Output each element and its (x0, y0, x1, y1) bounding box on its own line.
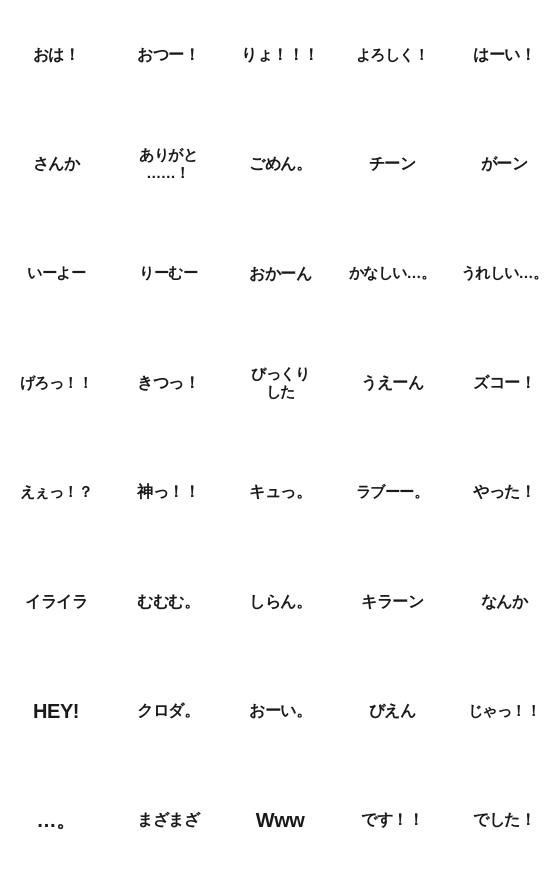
sticker-label-yatta: やった！ (473, 482, 535, 501)
sticker-cell-eee[interactable]: えぇっ！？ (0, 437, 112, 546)
sticker-cell-desu[interactable]: です！！ (336, 765, 448, 874)
sticker-cell-mazamaza[interactable]: まざまざ (112, 765, 224, 874)
sticker-cell-kitsu[interactable]: きつっ！ (112, 328, 224, 437)
sticker-cell-shiran[interactable]: しらん。 (224, 547, 336, 656)
sticker-cell-hey[interactable]: HEY! (0, 656, 112, 765)
sticker-label-gomen: ごめん。 (249, 154, 311, 173)
sticker-cell-chiin[interactable]: チーン (336, 109, 448, 218)
sticker-label-rabuuu: ラブーー。 (356, 483, 429, 501)
sticker-label-bien: びえん (369, 701, 416, 720)
sticker-label-shiran: しらん。 (249, 592, 311, 611)
sticker-cell-gaan[interactable]: がーン (448, 109, 560, 218)
sticker-label-hey: HEY! (33, 699, 79, 723)
sticker-label-uuun: うえーん (361, 373, 423, 392)
sticker-cell-deshita[interactable]: でした！ (448, 765, 560, 874)
sticker-cell-oha[interactable]: おは！ (0, 0, 112, 109)
sticker-label-yoroshiku: よろしく！ (356, 46, 429, 64)
sticker-cell-uuun[interactable]: うえーん (336, 328, 448, 437)
sticker-cell-jyaa[interactable]: じゃっ！！ (448, 656, 560, 765)
sticker-label-kyuu: キュっ。 (249, 482, 311, 501)
sticker-label-ryo: りょ！！！ (241, 45, 319, 64)
sticker-label-arigatou: ありがと ……！ (139, 146, 197, 182)
sticker-cell-www[interactable]: Www (224, 765, 336, 874)
sticker-label-iraira: イライラ (25, 592, 87, 611)
sticker-cell-mumumumu[interactable]: むむむ。 (112, 547, 224, 656)
sticker-label-jyaa: じゃっ！！ (468, 702, 541, 720)
sticker-label-chiin: チーン (369, 154, 416, 173)
sticker-cell-yatta[interactable]: やった！ (448, 437, 560, 546)
sticker-label-iiyo: いーよー (27, 264, 85, 282)
sticker-label-www: Www (256, 808, 305, 832)
sticker-label-eee: えぇっ！？ (20, 483, 93, 501)
sticker-label-oooi: おーい。 (249, 701, 311, 720)
sticker-cell-kuroda[interactable]: クロダ。 (112, 656, 224, 765)
sticker-label-riimuu: りーむー (139, 264, 197, 282)
sticker-cell-kyuu[interactable]: キュっ。 (224, 437, 336, 546)
sticker-label-bikkurita: びっくり した (251, 365, 309, 401)
sticker-cell-ureshii[interactable]: うれしい…。 (448, 219, 560, 328)
sticker-label-mazamaza: まざまざ (137, 810, 199, 829)
sticker-cell-bien[interactable]: びえん (336, 656, 448, 765)
sticker-label-hai: はーい！ (473, 45, 535, 64)
sticker-cell-iiyo[interactable]: いーよー (0, 219, 112, 328)
sticker-cell-zuukou[interactable]: ズコー！ (448, 328, 560, 437)
sticker-cell-arigatou[interactable]: ありがと ……！ (112, 109, 224, 218)
sticker-cell-sanka[interactable]: さんか (0, 109, 112, 218)
sticker-cell-kanashii[interactable]: かなしい…。 (336, 219, 448, 328)
sticker-label-otsu: おつー！ (137, 45, 199, 64)
sticker-label-kiraan: キラーン (361, 592, 423, 611)
sticker-label-oha: おは！ (33, 45, 80, 64)
sticker-cell-kiraan[interactable]: キラーン (336, 547, 448, 656)
sticker-label-gero: げろっ！！ (20, 374, 93, 392)
sticker-label-mumumumu: むむむ。 (137, 592, 199, 611)
sticker-cell-ryo[interactable]: りょ！！！ (224, 0, 336, 109)
sticker-cell-riimuu[interactable]: りーむー (112, 219, 224, 328)
sticker-label-ureshii: うれしい…。 (461, 264, 548, 282)
sticker-cell-dotdotdot[interactable]: …。 (0, 765, 112, 874)
sticker-cell-yoroshiku[interactable]: よろしく！ (336, 0, 448, 109)
sticker-label-kanashii: かなしい…。 (349, 264, 436, 282)
sticker-label-sanka: さんか (33, 154, 80, 173)
sticker-cell-iraira[interactable]: イライラ (0, 547, 112, 656)
sticker-cell-gero[interactable]: げろっ！！ (0, 328, 112, 437)
sticker-cell-otsu[interactable]: おつー！ (112, 0, 224, 109)
sticker-cell-nanika[interactable]: なんか (448, 547, 560, 656)
sticker-label-zuukou: ズコー！ (473, 373, 535, 392)
sticker-label-dotdotdot: …。 (37, 808, 76, 832)
sticker-cell-gomen[interactable]: ごめん。 (224, 109, 336, 218)
sticker-label-okaan: おかーん (249, 264, 311, 283)
sticker-label-kitsu: きつっ！ (137, 373, 199, 392)
sticker-cell-okaan[interactable]: おかーん (224, 219, 336, 328)
sticker-label-nanika: なんか (481, 592, 528, 611)
sticker-cell-kami[interactable]: 神っ！！ (112, 437, 224, 546)
sticker-label-kami: 神っ！！ (137, 482, 199, 501)
sticker-cell-hai[interactable]: はーい！ (448, 0, 560, 109)
sticker-label-desu: です！！ (361, 810, 423, 829)
sticker-label-gaan: がーン (481, 154, 528, 173)
sticker-grid: おは！おつー！りょ！！！よろしく！はーい！さんかありがと ……！ごめん。チーンが… (0, 0, 560, 896)
sticker-cell-oooi[interactable]: おーい。 (224, 656, 336, 765)
sticker-label-kuroda: クロダ。 (137, 701, 199, 720)
sticker-cell-rabuuu[interactable]: ラブーー。 (336, 437, 448, 546)
sticker-cell-bikkurita[interactable]: びっくり した (224, 328, 336, 437)
sticker-label-deshita: でした！ (473, 810, 535, 829)
